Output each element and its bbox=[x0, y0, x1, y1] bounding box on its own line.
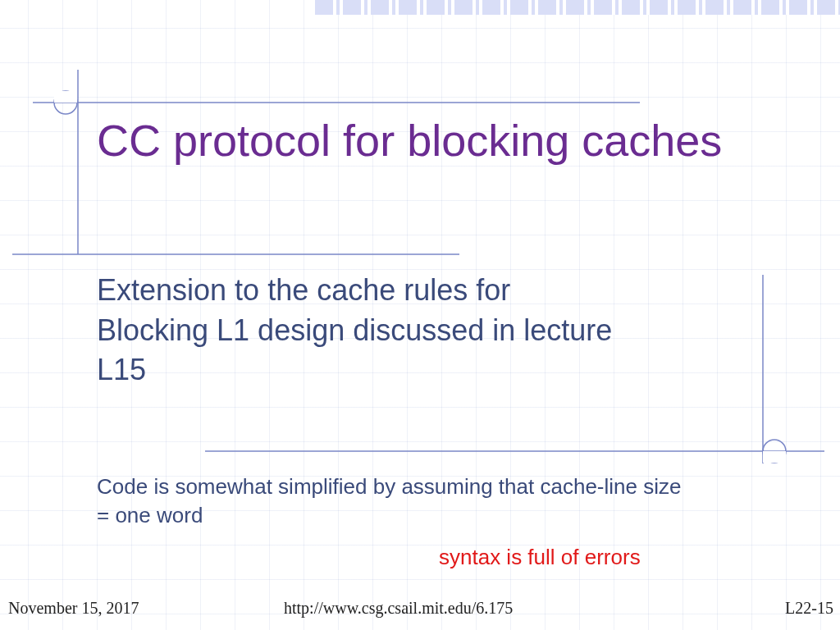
slide-title: CC protocol for blocking caches bbox=[97, 113, 737, 169]
slide-subtitle: Extension to the cache rules for Blockin… bbox=[97, 271, 622, 390]
footer-date: November 15, 2017 bbox=[8, 599, 139, 618]
top-accent-bar bbox=[315, 0, 840, 15]
footer-page: L22-15 bbox=[785, 599, 833, 618]
slide-warning: syntax is full of errors bbox=[439, 545, 641, 570]
slide-note: Code is somewhat simplified by assuming … bbox=[97, 472, 687, 530]
slide-footer: November 15, 2017 http://www.csg.csail.m… bbox=[0, 599, 840, 622]
footer-url: http://www.csg.csail.mit.edu/6.175 bbox=[284, 599, 513, 618]
